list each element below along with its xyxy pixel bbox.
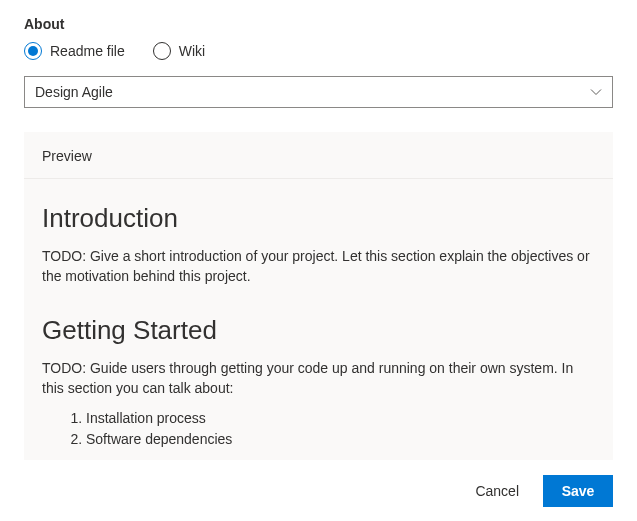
about-type-radio-group: Readme file Wiki	[24, 42, 613, 60]
save-button[interactable]: Save	[543, 475, 613, 507]
source-dropdown[interactable]: Design Agile	[24, 76, 613, 108]
preview-tab[interactable]: Preview	[24, 132, 613, 179]
preview-area: Preview Introduction TODO: Give a short …	[24, 132, 613, 460]
preview-paragraph: TODO: Give a short introduction of your …	[42, 246, 595, 287]
cancel-button[interactable]: Cancel	[459, 475, 535, 507]
radio-label-wiki: Wiki	[179, 43, 205, 59]
radio-icon	[24, 42, 42, 60]
dropdown-selected-value: Design Agile	[35, 84, 113, 100]
radio-label-readme: Readme file	[50, 43, 125, 59]
preview-heading-introduction: Introduction	[42, 203, 595, 234]
radio-icon	[153, 42, 171, 60]
list-item: Software dependencies	[86, 429, 595, 450]
preview-content: Introduction TODO: Give a short introduc…	[24, 179, 613, 460]
section-title: About	[24, 16, 613, 32]
preview-paragraph: TODO: Guide users through getting your c…	[42, 358, 595, 399]
radio-option-readme[interactable]: Readme file	[24, 42, 125, 60]
preview-list: Installation process Software dependenci…	[42, 408, 595, 450]
chevron-down-icon	[590, 86, 602, 98]
preview-heading-getting-started: Getting Started	[42, 315, 595, 346]
button-bar: Cancel Save	[459, 475, 613, 507]
radio-option-wiki[interactable]: Wiki	[153, 42, 205, 60]
list-item: Installation process	[86, 408, 595, 429]
